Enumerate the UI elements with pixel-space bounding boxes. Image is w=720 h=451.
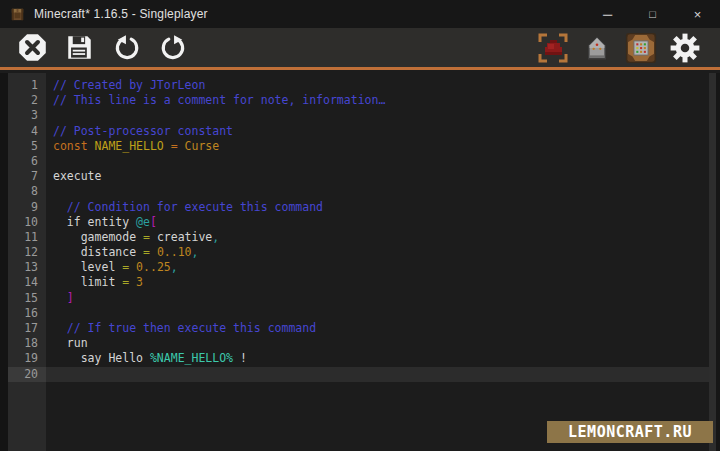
code-segment: = — [122, 275, 136, 289]
code-segment: // Post-processor constant — [53, 124, 233, 138]
code-segment: limit — [53, 275, 122, 289]
code-text: say Hello %NAME_HELLO% ! — [46, 351, 247, 366]
line-number: 7 — [8, 169, 46, 184]
code-line[interactable]: 5const NAME_HELLO = Curse — [8, 139, 709, 154]
maximize-button[interactable]: □ — [630, 0, 675, 28]
code-segment: , — [212, 230, 219, 244]
code-line[interactable]: 13 level = 0..25, — [8, 260, 709, 275]
redstone-icon — [537, 32, 569, 64]
stop-icon — [18, 33, 47, 62]
window-title: Minecraft* 1.16.5 - Singleplayer — [34, 7, 208, 21]
line-number: 12 — [8, 245, 46, 260]
code-text — [46, 108, 53, 123]
code-segment: if entity — [53, 215, 136, 229]
line-number: 6 — [8, 154, 46, 169]
undo-icon — [113, 34, 140, 61]
line-number: 16 — [8, 306, 46, 321]
code-text: run — [46, 336, 88, 351]
code-line[interactable]: 20 — [8, 367, 709, 382]
redo-button[interactable] — [156, 31, 190, 65]
code-segment: run — [53, 336, 88, 350]
code-segment: execute — [53, 169, 101, 183]
line-number: 17 — [8, 321, 46, 336]
code-line[interactable]: 6 — [8, 154, 709, 169]
title-bar: Minecraft* 1.16.5 - Singleplayer ─ □ × — [0, 0, 720, 28]
code-line[interactable]: 9 // Condition for execute this command — [8, 200, 709, 215]
code-segment: // If true then execute this command — [53, 321, 316, 335]
code-text: // This line is a comment for note, info… — [46, 93, 385, 108]
code-text: distance = 0..10, — [46, 245, 198, 260]
app-window: Minecraft* 1.16.5 - Singleplayer ─ □ × — [0, 0, 720, 451]
code-text: level = 0..25, — [46, 260, 178, 275]
code-segment: ! — [233, 351, 247, 365]
crafting-gui-icon — [625, 32, 657, 64]
code-line[interactable]: 3 — [8, 108, 709, 123]
code-line[interactable]: 4// Post-processor constant — [8, 124, 709, 139]
minimize-button[interactable]: ─ — [585, 0, 630, 28]
line-number: 19 — [8, 351, 46, 366]
stop-button[interactable] — [15, 31, 49, 65]
code-text: execute — [46, 169, 101, 184]
code-segment: [ — [150, 215, 157, 229]
code-segment: 0..10 — [157, 245, 192, 259]
line-number: 8 — [8, 184, 46, 199]
toolbar — [0, 28, 720, 70]
save-button[interactable] — [62, 31, 96, 65]
editor-scrollbar[interactable] — [709, 73, 716, 451]
line-number: 20 — [8, 367, 46, 382]
code-segment: 3 — [136, 275, 143, 289]
line-number: 5 — [8, 139, 46, 154]
toolbar-right-group — [536, 31, 720, 65]
line-number: 13 — [8, 260, 46, 275]
code-segment: say Hello — [53, 351, 150, 365]
line-number: 11 — [8, 230, 46, 245]
code-line[interactable]: 17 // If true then execute this command — [8, 321, 709, 336]
code-text — [46, 306, 53, 321]
code-text: gamemode = creative, — [46, 230, 219, 245]
home-button[interactable] — [580, 31, 614, 65]
code-text: // If true then execute this command — [46, 321, 316, 336]
code-segment: , — [192, 245, 199, 259]
code-segment: , — [171, 260, 178, 274]
code-segment: distance — [53, 245, 143, 259]
code-segment: 0..25 — [136, 260, 171, 274]
code-line[interactable]: 7execute — [8, 169, 709, 184]
close-button[interactable]: × — [675, 0, 720, 28]
code-line[interactable]: 8 — [8, 184, 709, 199]
redstone-select-button[interactable] — [536, 31, 570, 65]
code-line[interactable]: 11 gamemode = creative, — [8, 230, 709, 245]
code-line[interactable]: 2// This line is a comment for note, inf… — [8, 93, 709, 108]
code-text: ] — [46, 291, 74, 306]
code-line[interactable]: 1// Created by JTorLeon — [8, 78, 709, 93]
editor-left-margin — [0, 73, 8, 451]
line-number: 15 — [8, 291, 46, 306]
code-text — [46, 184, 53, 199]
settings-button[interactable] — [668, 31, 702, 65]
line-number: 4 — [8, 124, 46, 139]
code-line[interactable]: 10 if entity @e[ — [8, 215, 709, 230]
undo-button[interactable] — [109, 31, 143, 65]
crafting-gui-button[interactable] — [624, 31, 658, 65]
code-line[interactable]: 16 — [8, 306, 709, 321]
line-number: 2 — [8, 93, 46, 108]
watermark-badge: LEMONCRAFT.RU — [547, 421, 713, 443]
code-segment: = — [122, 260, 136, 274]
editor-right-edge — [716, 73, 720, 451]
code-text — [46, 367, 53, 382]
code-line[interactable]: 19 say Hello %NAME_HELLO% ! — [8, 351, 709, 366]
code-line[interactable]: 12 distance = 0..10, — [8, 245, 709, 260]
code-line[interactable]: 18 run — [8, 336, 709, 351]
code-segment: // Created by JTorLeon — [53, 78, 205, 92]
code-line[interactable]: 15 ] — [8, 291, 709, 306]
home-icon — [583, 34, 611, 62]
line-number: 14 — [8, 275, 46, 290]
code-text: if entity @e[ — [46, 215, 157, 230]
code-area[interactable]: 1// Created by JTorLeon2// This line is … — [8, 78, 709, 382]
code-line[interactable]: 14 limit = 3 — [8, 275, 709, 290]
code-segment: = — [143, 245, 157, 259]
code-segment: creative — [157, 230, 212, 244]
code-text: // Created by JTorLeon — [46, 78, 205, 93]
code-segment: // Condition for execute this command — [53, 200, 323, 214]
code-editor[interactable]: 1// Created by JTorLeon2// This line is … — [0, 73, 720, 451]
code-segment: ] — [53, 291, 74, 305]
